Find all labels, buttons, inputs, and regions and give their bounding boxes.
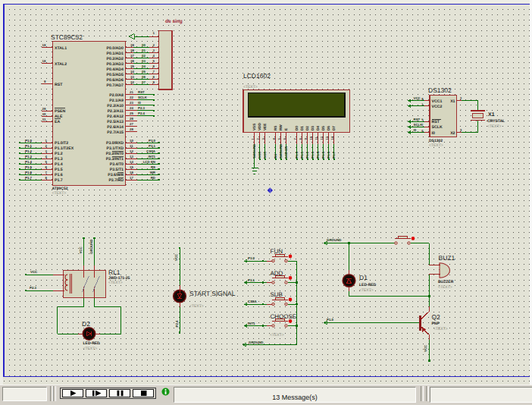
svg-text:P1.1: P1.1 [300,151,304,158]
svg-text:X1: X1 [488,112,495,118]
svg-text:STC89C52: STC89C52 [51,33,83,41]
svg-text:P3.7/RD: P3.7/RD [108,178,124,183]
svg-text:32: 32 [130,80,134,84]
svg-text:LED-RED: LED-RED [83,341,101,346]
svg-text:INT1: INT1 [148,155,155,159]
svg-text:12: 12 [130,149,133,153]
svg-text:SCLK: SCLK [138,96,148,99]
svg-text:P3.6/WR: P3.6/WR [108,173,124,177]
svg-text:D2: D2 [305,126,309,130]
svg-text:06: 06 [142,75,146,79]
svg-text:I0: I0 [432,131,435,136]
svg-text:<TEXT>: <TEXT> [189,304,204,309]
svg-text:VCC2: VCC2 [432,105,443,109]
svg-text:29: 29 [42,107,46,111]
svg-text:23: 23 [130,101,133,105]
svg-text:VCC: VCC [263,152,267,159]
svg-text:P3.2/INT0: P3.2/INT0 [106,152,124,156]
svg-text:P1.2: P1.2 [25,149,33,153]
svg-text:34: 34 [130,70,134,74]
svg-text:P3.0/RXD: P3.0/RXD [106,141,124,146]
svg-text:14: 14 [330,136,334,140]
svg-text:02: 02 [142,54,146,58]
svg-text:EA: EA [55,120,60,124]
svg-text:ALE: ALE [55,115,63,119]
svg-text:GROUND: GROUND [279,144,283,159]
svg-text:P1.6: P1.6 [25,171,33,174]
svg-text:SCLK: SCLK [432,125,443,130]
svg-text:VDD: VDD [258,122,261,130]
svg-text:P2.4/A12: P2.4/A12 [107,115,124,119]
svg-text:D3: D3 [311,126,315,130]
svg-text:VCC: VCC [414,96,421,100]
svg-text:PNP: PNP [432,322,440,326]
svg-text:P2.1/A9: P2.1/A9 [109,99,124,103]
svg-text:P0.5/AD5: P0.5/AD5 [107,73,124,77]
svg-text:28: 28 [130,127,133,131]
svg-text:P0.0/AD0: P0.0/AD0 [107,46,124,51]
svg-text:37: 37 [130,54,134,58]
svg-text:P2.5/A13: P2.5/A13 [107,120,124,124]
svg-text:P2.4: P2.4 [175,320,179,328]
svg-text:BUZZER: BUZZER [438,280,454,284]
svg-text:38: 38 [130,49,134,52]
svg-text:19: 19 [42,43,46,47]
svg-text:VCC: VCC [258,152,261,159]
svg-text:P0.3/AD3: P0.3/AD3 [107,62,124,67]
svg-text:D6: D6 [327,126,330,130]
svg-text:07: 07 [142,80,146,84]
svg-text:P2.3: P2.3 [30,286,37,290]
svg-text:Q2: Q2 [432,313,441,321]
svg-text:VSS: VSS [252,124,256,130]
svg-text:PSEN: PSEN [55,109,65,114]
svg-text:GROUND: GROUND [249,341,264,344]
svg-text:P2.3: P2.3 [138,106,146,110]
svg-text:DS1302: DS1302 [429,139,443,143]
svg-text:00: 00 [142,43,146,47]
svg-text:P1.3: P1.3 [25,155,33,159]
svg-text:P3.4/T0: P3.4/T0 [110,162,124,167]
svg-text:21: 21 [130,90,133,94]
svg-text:LCD EN: LCD EN [284,146,288,159]
svg-text:13: 13 [325,136,329,140]
svg-text:P1.0/T2: P1.0/T2 [55,141,68,146]
svg-text:39: 39 [130,43,134,47]
svg-text:<TEXT>: <TEXT> [429,143,443,148]
svg-text:17: 17 [130,176,133,180]
svg-text:<TEXT>: <TEXT> [108,281,123,285]
svg-text:D0: D0 [295,126,299,130]
svg-text:25: 25 [130,111,133,115]
svg-text:P0.1/AD1: P0.1/AD1 [107,52,124,56]
svg-text:D5: D5 [321,126,325,130]
svg-text:<TEXT>: <TEXT> [359,288,374,293]
svg-text:P3.1: P3.1 [248,278,255,282]
svg-text:LED-RED: LED-RED [359,283,377,287]
svg-text:de sing: de sing [165,19,183,24]
svg-text:P0.2/AD2: P0.2/AD2 [107,57,124,61]
svg-text:P1.1: P1.1 [25,144,33,148]
svg-text:XTAL1: XTAL1 [55,46,67,51]
svg-text:P1.7: P1.7 [25,176,33,180]
svg-text:P0.4/AD4: P0.4/AD4 [107,68,124,72]
svg-text:P1.4: P1.4 [25,160,33,164]
svg-text:RW: RW [279,124,283,130]
svg-text:P3.1: P3.1 [149,144,156,148]
svg-text:P1.0: P1.0 [295,151,299,158]
svg-text:I0: I0 [138,101,141,105]
svg-text:P0.6/AD6: P0.6/AD6 [107,78,124,83]
svg-text:RS: RS [274,125,277,130]
svg-text:D1: D1 [359,274,368,281]
svg-text:START SIGNAL: START SIGNAL [189,290,236,297]
svg-text:P2.2/A10: P2.2/A10 [107,104,124,108]
svg-text:VCC: VCC [79,246,83,253]
svg-text:36: 36 [130,59,134,63]
svg-text:11: 11 [130,144,133,148]
svg-text:VEE: VEE [263,124,267,130]
svg-text:P1.3: P1.3 [311,151,315,158]
svg-text:SCLK: SCLK [414,123,424,127]
svg-text:P1.6: P1.6 [327,151,330,158]
svg-text:11: 11 [315,136,318,140]
svg-text:13: 13 [130,155,133,159]
svg-text:P3.3/INT1: P3.3/INT1 [106,157,124,162]
svg-text:RST: RST [138,90,145,94]
